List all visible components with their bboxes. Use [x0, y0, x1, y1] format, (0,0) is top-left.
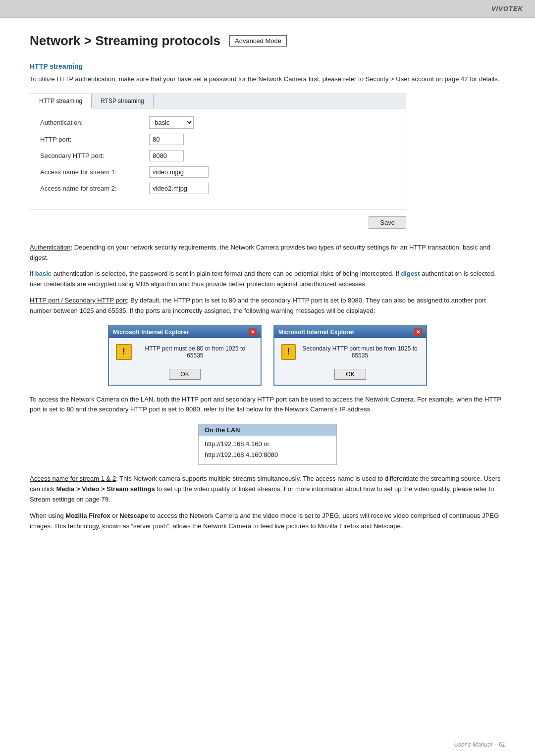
basic-text2: authentication is selected, the password… — [52, 270, 401, 277]
basic-link: basic — [35, 270, 52, 277]
stream-bold: Media > Video > Stream settings — [56, 485, 155, 493]
form-row-stream2: Access name for stream 2: — [40, 183, 396, 194]
dialogs-row: Microsoft Internet Explorer ✕ ! HTTP por… — [30, 325, 505, 386]
dialog-1-titlebar: Microsoft Internet Explorer ✕ — [109, 326, 261, 338]
lan-table: On the LAN http://192.168.4.160 or http:… — [198, 424, 337, 465]
form-row-http-port: HTTP port: — [40, 134, 396, 145]
lan-para: To access the Network Camera on the LAN,… — [30, 395, 505, 415]
tab-http-streaming[interactable]: HTTP streaming — [30, 94, 92, 108]
dialog-2-icon-row: ! Secondary HTTP port must be from 1025 … — [281, 344, 419, 360]
lan-table-header: On the LAN — [199, 424, 336, 436]
digest-link: digest — [401, 270, 420, 277]
section-heading: HTTP streaming — [30, 62, 505, 70]
intro-text: To utilize HTTP authentication, make sur… — [30, 74, 505, 85]
stream-para: Access name for stream 1 & 2: This Netwo… — [30, 474, 505, 504]
secondary-http-port-input[interactable] — [149, 150, 184, 161]
page-heading: Network > Streaming protocols Advanced M… — [30, 33, 505, 49]
auth-select[interactable]: basic digest — [149, 116, 194, 129]
firefox-intro: When using — [30, 512, 65, 519]
port-underline-label: HTTP port / Secondary HTTP port — [30, 297, 127, 304]
form-row-stream1: Access name for stream 1: — [40, 166, 396, 178]
port-description: HTTP port / Secondary HTTP port: By defa… — [30, 296, 505, 316]
tab-rtsp-streaming[interactable]: RTSP streaming — [92, 94, 154, 108]
dialog-1-icon-row: ! HTTP port must be 80 or from 1025 to 6… — [116, 344, 254, 360]
tab-bar: HTTP streaming RTSP streaming — [30, 94, 406, 108]
firefox-para: When using Mozilla Firefox or Netscape t… — [30, 511, 505, 532]
dialog-2-titlebar: Microsoft Internet Explorer ✕ — [274, 326, 426, 338]
dialog-1-title: Microsoft Internet Explorer — [113, 329, 189, 336]
label-stream1: Access name for stream 1: — [40, 168, 149, 176]
save-button[interactable]: Save — [369, 216, 406, 229]
dialog-1-message: HTTP port must be 80 or from 1025 to 655… — [137, 345, 254, 359]
stream1-input[interactable] — [149, 166, 209, 178]
brand-label: VIVOTEK — [491, 5, 523, 12]
page-footer: User’s Manual – 61 — [454, 741, 505, 748]
top-bar: VIVOTEK — [0, 0, 535, 18]
dialog-2-body: ! Secondary HTTP port must be from 1025 … — [274, 338, 426, 385]
stream2-input[interactable] — [149, 183, 209, 194]
stream-underline-label: Access name for stream 1 & 2 — [30, 475, 116, 482]
advanced-mode-badge: Advanced Mode — [229, 35, 287, 47]
page-title: Network > Streaming protocols — [30, 33, 220, 49]
lan-row-1: http://192.168.4.160 or — [205, 439, 330, 450]
dialog-2-warn-icon: ! — [281, 344, 296, 360]
dialog-1-ok-btn[interactable]: OK — [169, 369, 200, 380]
auth-description: Authentication: Depending on your networ… — [30, 243, 505, 263]
dialog-2-title: Microsoft Internet Explorer — [278, 329, 354, 336]
dialog-1-body: ! HTTP port must be 80 or from 1025 to 6… — [109, 338, 261, 385]
lan-row-2: http://192.168.4.160:8080 — [205, 450, 330, 460]
http-port-input[interactable] — [149, 134, 184, 145]
dialog-2-close-btn[interactable]: ✕ — [414, 328, 422, 336]
save-row: Save — [30, 216, 406, 229]
label-http-port: HTTP port: — [40, 136, 149, 143]
lan-table-body: http://192.168.4.160 or http://192.168.4… — [199, 436, 336, 464]
auth-description-text: : Depending on your network security req… — [30, 244, 490, 261]
form-row-secondary-port: Secondary HTTP port: — [40, 150, 396, 161]
page: VIVOTEK Network > Streaming protocols Ad… — [0, 0, 535, 756]
firefox-or: or — [110, 512, 120, 519]
main-content: Network > Streaming protocols Advanced M… — [0, 18, 535, 567]
firefox-bold1: Mozilla Firefox — [65, 512, 110, 519]
basic-digest-para: If basic authentication is selected, the… — [30, 269, 505, 290]
dialog-1-warn-icon: ! — [116, 344, 132, 360]
dialog-2-message: Secondary HTTP port must be from 1025 to… — [301, 345, 419, 359]
dialog-2: Microsoft Internet Explorer ✕ ! Secondar… — [273, 325, 427, 386]
form-panel: HTTP streaming RTSP streaming Authentica… — [30, 94, 406, 209]
auth-underline-label: Authentication — [30, 244, 70, 251]
label-secondary-port: Secondary HTTP port: — [40, 152, 149, 159]
dialog-1-close-btn[interactable]: ✕ — [249, 328, 257, 336]
basic-intro-text: If — [30, 270, 35, 277]
dialog-1: Microsoft Internet Explorer ✕ ! HTTP por… — [108, 325, 262, 386]
form-row-auth: Authentication: basic digest — [40, 116, 396, 129]
label-auth: Authentication: — [40, 119, 149, 126]
label-stream2: Access name for stream 2: — [40, 185, 149, 192]
dialog-2-ok-btn[interactable]: OK — [334, 369, 366, 380]
form-body: Authentication: basic digest HTTP port: … — [30, 108, 406, 209]
firefox-bold2: Netscape — [119, 512, 148, 519]
